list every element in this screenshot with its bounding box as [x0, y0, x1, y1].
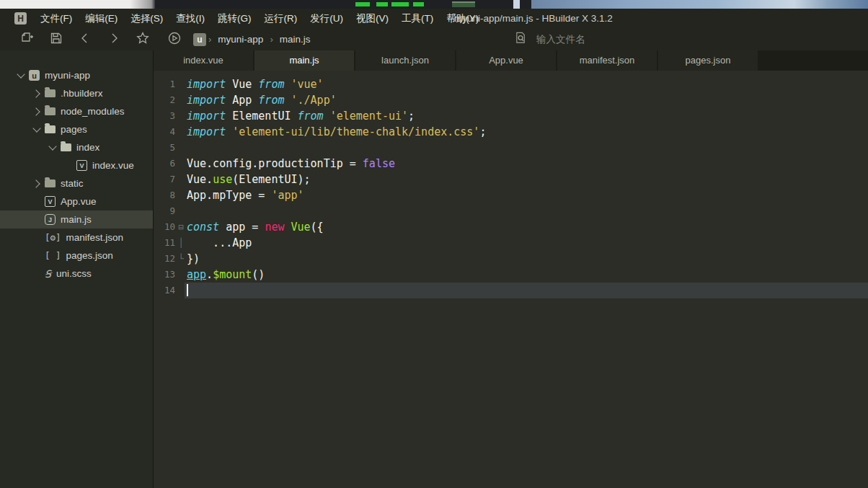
tree-item[interactable]: pages: [0, 120, 153, 138]
indent-guide: [175, 76, 187, 92]
tree-item[interactable]: umyuni-app: [0, 66, 153, 84]
project-icon: u: [29, 70, 40, 81]
menu-item[interactable]: 编辑(E): [79, 9, 124, 28]
folder-open-icon: [61, 143, 71, 151]
code-token: import: [187, 78, 226, 91]
line-number: 6: [154, 156, 175, 172]
code-line[interactable]: 9: [154, 203, 868, 219]
tree-item-label: .hbuilderx: [61, 88, 103, 99]
tab[interactable]: manifest.json: [557, 50, 658, 71]
save-button[interactable]: [49, 32, 63, 47]
chevron-right-icon[interactable]: [32, 107, 40, 115]
code-text: [187, 283, 868, 298]
tree-item[interactable]: node_modules: [0, 102, 153, 120]
file-search-input[interactable]: [535, 33, 682, 45]
background-window-fragment: [531, 0, 868, 9]
tree-item[interactable]: VApp.vue: [0, 192, 153, 210]
code-text: import App from './App': [187, 92, 868, 108]
chevron-down-icon[interactable]: [32, 124, 40, 132]
project-explorer[interactable]: umyuni-app.hbuilderxnode_modulespagesind…: [0, 50, 154, 488]
tree-item[interactable]: Jmain.js: [0, 210, 153, 229]
code-token: $mount: [213, 268, 252, 281]
code-line[interactable]: 1import Vue from 'vue': [154, 76, 868, 92]
breadcrumb-file[interactable]: main.js: [280, 34, 311, 45]
tree-item[interactable]: [ ]pages.json: [0, 247, 153, 265]
code-line[interactable]: 4import 'element-ui/lib/theme-chalk/inde…: [154, 124, 868, 140]
tree-chevron-slot: [13, 74, 29, 77]
tree-item[interactable]: [⚙]manifest.json: [0, 229, 153, 247]
menu-item[interactable]: 选择(S): [124, 9, 169, 28]
code-text: Vue.config.productionTip = false: [187, 156, 868, 172]
vue-file-icon: V: [45, 196, 56, 207]
text-cursor: [187, 284, 188, 296]
menu-item[interactable]: 发行(U): [304, 9, 350, 28]
js-file-icon: J: [45, 214, 56, 225]
code-text: App.mpType = 'app': [187, 187, 868, 203]
code-token: 'element-ui': [330, 110, 408, 123]
menu-item[interactable]: 查找(I): [169, 9, 211, 28]
menu-item[interactable]: 运行(R): [258, 9, 304, 28]
tree-item[interactable]: .hbuilderx: [0, 84, 153, 102]
tree-item[interactable]: Ꞩuni.scss: [0, 265, 153, 283]
code-line[interactable]: 7Vue.use(ElementUI);: [154, 172, 868, 187]
line-number: 12: [154, 251, 175, 267]
back-chevron-icon: [78, 31, 92, 48]
tab[interactable]: pages.json: [658, 50, 759, 71]
json-file-icon: [ ]: [45, 250, 61, 261]
code-line[interactable]: 6Vue.config.productionTip = false: [154, 156, 868, 172]
scss-file-icon: Ꞩ: [45, 268, 51, 280]
code-text: }): [187, 251, 868, 267]
code-text: import Vue from 'vue': [187, 76, 868, 92]
chevron-down-icon[interactable]: [48, 142, 56, 150]
tab[interactable]: App.vue: [456, 50, 557, 71]
breadcrumb-project[interactable]: myuni-app: [218, 34, 263, 45]
menu-item[interactable]: 工具(T): [395, 9, 440, 28]
menu-item[interactable]: 跳转(G): [211, 9, 258, 28]
back-button[interactable]: [78, 32, 92, 47]
menu-item[interactable]: 文件(F): [34, 9, 79, 28]
code-line[interactable]: 13app.$mount(): [154, 267, 868, 283]
tab[interactable]: main.js: [254, 50, 355, 71]
new-file-icon: [20, 31, 35, 48]
fold-marker-icon[interactable]: ⊟: [175, 219, 187, 235]
tab[interactable]: index.vue: [154, 50, 254, 71]
code-token: [324, 110, 330, 123]
tree-item-label: pages: [61, 124, 87, 135]
tree-chevron-slot: [45, 146, 61, 149]
code-line[interactable]: 5: [154, 140, 868, 156]
run-button[interactable]: [167, 32, 182, 47]
favorite-button[interactable]: [136, 32, 150, 47]
code-line[interactable]: 8App.mpType = 'app': [154, 187, 868, 203]
tree-item[interactable]: Vindex.vue: [0, 156, 153, 174]
code-line[interactable]: 10⊟const app = new Vue({: [154, 219, 868, 235]
chevron-right-icon[interactable]: [32, 89, 40, 97]
new-file-button[interactable]: [20, 32, 35, 47]
tree-chevron-slot: [29, 91, 45, 97]
code-token: .: [206, 268, 213, 281]
tree-item[interactable]: static: [0, 174, 153, 192]
code-text: import ElementUI from 'element-ui';: [187, 108, 868, 124]
forward-button[interactable]: [107, 32, 121, 47]
desktop-strip: [0, 0, 868, 9]
menu-item[interactable]: 视图(V): [350, 9, 395, 28]
code-token: app: [187, 268, 206, 281]
tab[interactable]: launch.json: [355, 50, 456, 71]
chevron-down-icon[interactable]: [17, 70, 25, 78]
file-search-icon: [514, 31, 528, 48]
tree-item-label: main.js: [61, 214, 92, 225]
code-editor[interactable]: 1import Vue from 'vue'2import App from '…: [154, 71, 868, 488]
code-line[interactable]: 3import ElementUI from 'element-ui';: [154, 108, 868, 124]
indent-guide: [175, 267, 187, 283]
code-line[interactable]: 2import App from './App': [154, 92, 868, 108]
chevron-right-icon[interactable]: [32, 179, 40, 187]
breadcrumb-separator: ›: [208, 34, 211, 45]
code-line[interactable]: 11│ ...App: [154, 235, 868, 251]
code-line[interactable]: 14: [154, 283, 868, 298]
code-token: ;: [479, 125, 486, 138]
folder-icon: [45, 179, 56, 187]
code-token: use: [213, 173, 232, 186]
code-line[interactable]: 12└}): [154, 251, 868, 267]
vue-file-icon: V: [76, 160, 87, 171]
code-text: [187, 203, 868, 219]
tree-item[interactable]: index: [0, 138, 153, 156]
